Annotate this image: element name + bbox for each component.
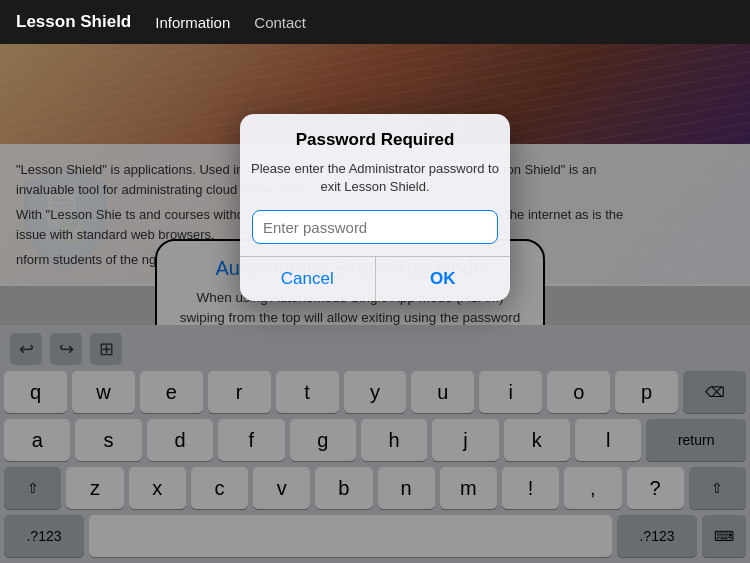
password-input[interactable] (252, 210, 498, 244)
modal-overlay: Password Required Please enter the Admin… (0, 44, 750, 563)
navbar: Lesson Shield Information Contact (0, 0, 750, 44)
modal-buttons: Cancel OK (240, 256, 510, 301)
ok-button[interactable]: OK (376, 257, 511, 301)
nav-link-contact[interactable]: Contact (254, 14, 306, 31)
modal-input-wrap (240, 206, 510, 256)
nav-brand: Lesson Shield (16, 12, 131, 32)
modal-header: Password Required (240, 114, 510, 160)
cancel-button[interactable]: Cancel (240, 257, 376, 301)
modal-title: Password Required (256, 130, 494, 150)
content-area: "Lesson Shield" is applications. Used in… (0, 44, 750, 563)
modal-message: Please enter the Administrator password … (240, 160, 510, 206)
nav-link-information[interactable]: Information (155, 14, 230, 31)
password-modal: Password Required Please enter the Admin… (240, 114, 510, 301)
